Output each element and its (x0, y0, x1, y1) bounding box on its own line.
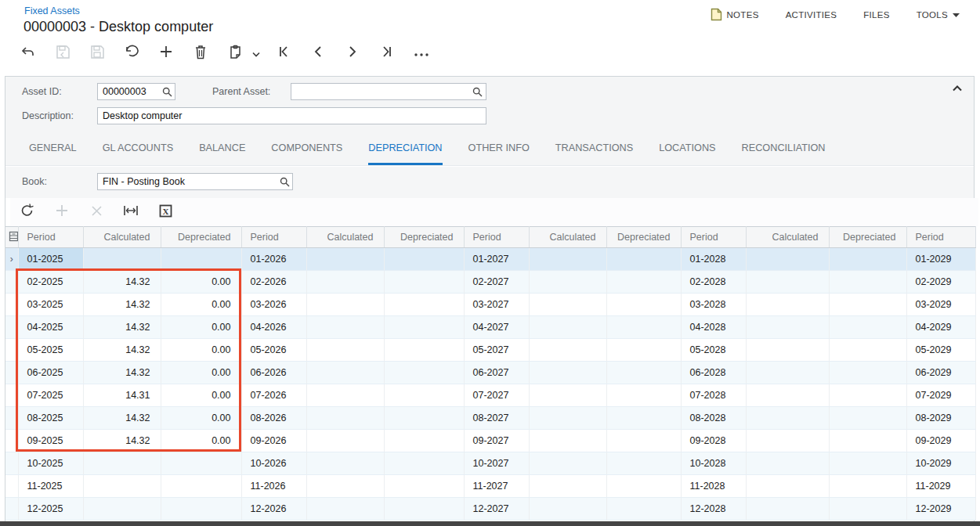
table-row[interactable]: 10-202510-202610-202710-202810-2029 (5, 452, 975, 475)
column-header-depreciated-11[interactable]: Depreciated (829, 227, 906, 248)
cell-period[interactable]: 10-2026 (241, 452, 306, 475)
cell-period[interactable]: 10-2025 (18, 452, 83, 475)
column-header-calculated-7[interactable]: Calculated (529, 227, 606, 248)
parent-asset-input[interactable] (291, 83, 486, 100)
tab-transactions[interactable]: TRANSACTIONS (555, 142, 633, 165)
cell-depreciated[interactable] (829, 498, 906, 521)
table-row[interactable]: 06-202514.320.0006-202606-202706-202806-… (5, 362, 975, 384)
table-row[interactable]: 09-202514.320.0009-202609-202709-202809-… (5, 430, 975, 452)
cell-calculated[interactable] (746, 384, 829, 407)
cell-depreciated[interactable] (606, 248, 681, 271)
cell-depreciated[interactable] (161, 452, 241, 475)
column-header-period-9[interactable]: Period (681, 227, 746, 248)
tab-reconciliation[interactable]: RECONCILIATION (742, 142, 826, 165)
cell-period[interactable]: 02-2027 (464, 271, 529, 294)
cell-calculated[interactable] (746, 498, 829, 521)
cell-calculated[interactable] (306, 362, 384, 384)
cell-calculated[interactable] (529, 407, 606, 430)
cell-period[interactable]: 01-2029 (906, 248, 975, 271)
table-row[interactable]: 04-202514.320.0004-202604-202704-202804-… (5, 316, 975, 339)
cell-depreciated[interactable]: 0.00 (161, 271, 241, 294)
column-header-calculated-10[interactable]: Calculated (746, 227, 829, 248)
cell-depreciated[interactable] (606, 271, 681, 294)
asset-id-search-icon[interactable] (162, 86, 172, 100)
cell-period[interactable]: 09-2025 (18, 430, 83, 452)
cell-period[interactable]: 06-2025 (18, 362, 83, 384)
cell-calculated[interactable] (746, 316, 829, 339)
column-header-period-0[interactable]: Period (18, 227, 83, 248)
prev-record-button[interactable] (301, 41, 335, 65)
cell-depreciated[interactable] (161, 475, 241, 498)
cell-period[interactable]: 07-2027 (464, 384, 529, 407)
cell-period[interactable]: 05-2026 (241, 339, 306, 362)
book-input[interactable] (97, 173, 293, 190)
cell-period[interactable]: 02-2025 (18, 271, 83, 294)
cell-depreciated[interactable] (384, 362, 464, 384)
cell-calculated[interactable]: 14.32 (83, 316, 161, 339)
cell-calculated[interactable] (306, 407, 384, 430)
cell-depreciated[interactable]: 0.00 (161, 362, 241, 384)
cell-calculated[interactable] (306, 294, 384, 316)
cell-depreciated[interactable]: 0.00 (161, 316, 241, 339)
back-button[interactable] (11, 41, 45, 65)
cell-depreciated[interactable] (384, 384, 464, 407)
cell-depreciated[interactable] (384, 407, 464, 430)
cell-depreciated[interactable] (829, 248, 906, 271)
next-record-button[interactable] (335, 41, 370, 65)
column-header-period-6[interactable]: Period (464, 227, 529, 248)
table-row[interactable]: 03-202514.320.0003-202603-202703-202803-… (5, 294, 975, 316)
cell-period[interactable]: 02-2026 (241, 271, 306, 294)
cell-period[interactable]: 11-2029 (906, 475, 975, 498)
table-row[interactable]: 07-202514.310.0007-202607-202707-202807-… (5, 384, 975, 407)
description-input[interactable] (97, 107, 486, 124)
cell-period[interactable]: 06-2027 (464, 362, 529, 384)
cell-calculated[interactable] (746, 475, 829, 498)
cell-depreciated[interactable] (606, 362, 681, 384)
cell-depreciated[interactable] (606, 430, 681, 452)
cell-calculated[interactable] (529, 294, 606, 316)
cell-calculated[interactable] (306, 430, 384, 452)
cell-period[interactable]: 04-2026 (241, 316, 306, 339)
cell-calculated[interactable] (529, 475, 606, 498)
cell-depreciated[interactable] (829, 430, 906, 452)
cell-period[interactable]: 10-2028 (681, 452, 746, 475)
cell-period[interactable]: 04-2028 (681, 316, 746, 339)
cell-calculated[interactable]: 14.32 (83, 339, 161, 362)
cell-depreciated[interactable]: 0.00 (161, 384, 241, 407)
cell-period[interactable]: 11-2025 (18, 475, 83, 498)
tab-other-info[interactable]: OTHER INFO (468, 142, 530, 165)
cell-calculated[interactable] (306, 271, 384, 294)
fit-width-button[interactable] (114, 201, 148, 223)
cell-calculated[interactable] (306, 452, 384, 475)
book-search-icon[interactable] (280, 176, 290, 190)
table-row[interactable]: 05-202514.320.0005-202605-202705-202805-… (5, 339, 975, 362)
cell-period[interactable]: 01-2026 (241, 248, 306, 271)
tab-general[interactable]: GENERAL (29, 142, 77, 165)
cell-calculated[interactable] (746, 407, 829, 430)
tab-gl-accounts[interactable]: GL ACCOUNTS (103, 142, 173, 165)
cell-period[interactable]: 07-2026 (241, 384, 306, 407)
cell-depreciated[interactable] (384, 475, 464, 498)
cell-period[interactable]: 02-2028 (681, 271, 746, 294)
cell-depreciated[interactable] (829, 316, 906, 339)
cell-depreciated[interactable] (384, 498, 464, 521)
cell-period[interactable]: 10-2027 (464, 452, 529, 475)
cell-period[interactable]: 03-2029 (906, 294, 975, 316)
cell-calculated[interactable]: 14.32 (83, 294, 161, 316)
cell-calculated[interactable]: 14.32 (83, 362, 161, 384)
cell-period[interactable]: 10-2029 (906, 452, 975, 475)
tab-components[interactable]: COMPONENTS (271, 142, 342, 165)
export-excel-button[interactable]: X (148, 201, 183, 223)
cell-depreciated[interactable]: 0.00 (161, 407, 241, 430)
cell-calculated[interactable] (306, 248, 384, 271)
cell-calculated[interactable] (83, 248, 161, 271)
column-header-calculated-4[interactable]: Calculated (306, 227, 384, 248)
cell-period[interactable]: 12-2025 (18, 498, 83, 521)
cell-depreciated[interactable] (161, 248, 241, 271)
column-header-period-3[interactable]: Period (241, 227, 306, 248)
cell-period[interactable]: 08-2027 (464, 407, 529, 430)
cell-period[interactable]: 12-2027 (464, 498, 529, 521)
cell-calculated[interactable] (746, 271, 829, 294)
cell-period[interactable]: 05-2025 (18, 339, 83, 362)
cell-depreciated[interactable] (829, 271, 906, 294)
